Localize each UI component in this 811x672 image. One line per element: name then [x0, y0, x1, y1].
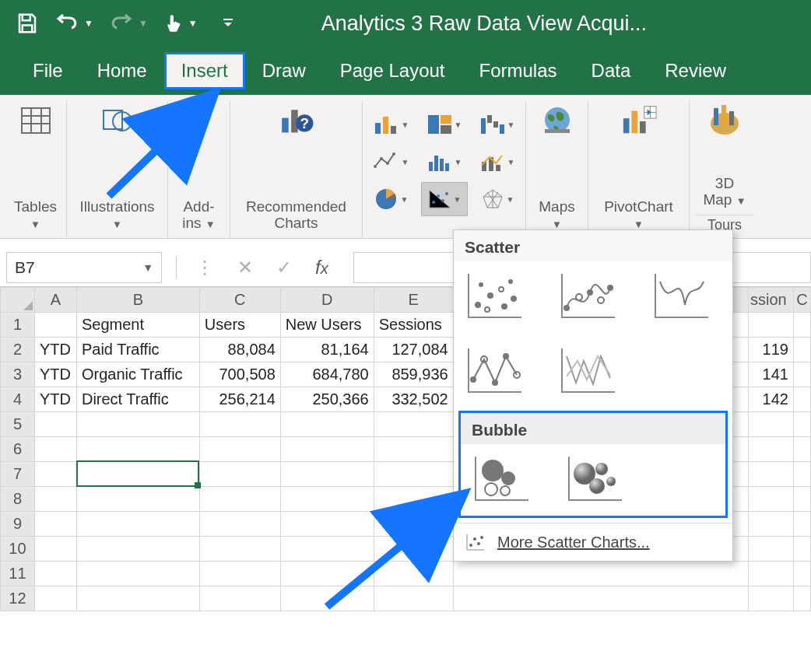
- pivotchart-label[interactable]: PivotChart: [604, 198, 673, 215]
- scatter-chart-button[interactable]: ▼: [421, 182, 468, 216]
- bubble-3d-chart-option[interactable]: [562, 450, 629, 508]
- col-header[interactable]: A: [34, 288, 76, 313]
- name-box[interactable]: B7 ▼: [6, 252, 162, 283]
- chevron-down-icon[interactable]: ▼: [84, 18, 93, 29]
- cell[interactable]: Users: [199, 313, 280, 338]
- addins-icon[interactable]: [181, 104, 218, 137]
- statistic-chart-button[interactable]: ▼: [421, 145, 468, 179]
- tab-draw[interactable]: Draw: [245, 52, 323, 89]
- row-header[interactable]: 7: [1, 462, 35, 487]
- cell[interactable]: 684,780: [280, 362, 374, 387]
- row-header[interactable]: 8: [1, 487, 35, 512]
- tab-home[interactable]: Home: [80, 52, 164, 89]
- col-header[interactable]: D: [280, 288, 374, 313]
- radar-chart-button[interactable]: ▼: [474, 182, 521, 216]
- cell[interactable]: 332,502: [374, 387, 453, 412]
- scatter-smooth-lines-option[interactable]: [648, 268, 715, 325]
- bubble-chart-option[interactable]: [469, 450, 535, 508]
- 3d-map-label[interactable]: 3D Map: [703, 175, 734, 208]
- svg-point-68: [606, 477, 616, 486]
- row-header[interactable]: 1: [1, 313, 35, 338]
- line-chart-button[interactable]: ▼: [368, 145, 415, 179]
- recommended-charts-icon[interactable]: ?: [278, 104, 315, 137]
- 3d-map-icon[interactable]: [706, 104, 743, 137]
- cancel-icon[interactable]: ✕: [237, 257, 253, 278]
- tab-formulas[interactable]: Formulas: [462, 52, 574, 89]
- cell[interactable]: 250,366: [280, 387, 374, 412]
- chevron-down-icon[interactable]: ▼: [188, 18, 198, 29]
- cell[interactable]: 700,508: [199, 362, 280, 387]
- row-header[interactable]: 3: [1, 362, 35, 387]
- illustrations-label[interactable]: Illustrations: [79, 198, 154, 215]
- pie-chart-button[interactable]: ▼: [368, 182, 415, 216]
- qat-customize-button[interactable]: [221, 16, 235, 30]
- row-header[interactable]: 6: [1, 437, 35, 462]
- cell[interactable]: New Users: [280, 313, 374, 338]
- row-header[interactable]: 11: [1, 562, 35, 586]
- col-header-partial[interactable]: C: [793, 288, 810, 313]
- select-all-button[interactable]: [1, 288, 35, 313]
- tab-insert[interactable]: Insert: [164, 52, 245, 89]
- touch-mode-button[interactable]: ▼: [163, 13, 198, 33]
- chevron-down-icon[interactable]: ▼: [139, 18, 148, 29]
- svg-point-62: [501, 471, 515, 485]
- maps-label[interactable]: Maps: [539, 198, 574, 215]
- maps-icon[interactable]: [539, 104, 576, 137]
- save-icon[interactable]: [16, 12, 39, 35]
- scatter-smooth-lines-markers-option[interactable]: [555, 268, 622, 325]
- cell[interactable]: 141: [748, 362, 793, 387]
- tab-review[interactable]: Review: [648, 52, 743, 89]
- tab-data[interactable]: Data: [574, 52, 648, 89]
- svg-rect-42: [729, 111, 734, 125]
- column-chart-button[interactable]: ▼: [368, 107, 415, 142]
- svg-rect-34: [545, 129, 570, 133]
- tab-page-layout[interactable]: Page Layout: [323, 52, 462, 89]
- col-header[interactable]: E: [374, 288, 453, 313]
- tables-icon[interactable]: [17, 104, 54, 137]
- svg-rect-41: [721, 105, 726, 125]
- cell[interactable]: Sessions: [374, 313, 453, 338]
- row-header[interactable]: 2: [1, 338, 35, 362]
- cell[interactable]: Paid Traffic: [76, 338, 199, 362]
- chevron-down-icon[interactable]: ▼: [142, 261, 153, 274]
- scatter-straight-lines-option[interactable]: [555, 342, 622, 400]
- illustrations-icon[interactable]: [99, 104, 136, 137]
- row-header[interactable]: 5: [1, 412, 35, 437]
- enter-icon[interactable]: ✓: [276, 257, 292, 278]
- cell[interactable]: 81,164: [280, 338, 374, 362]
- col-header[interactable]: C: [199, 288, 280, 313]
- cell[interactable]: Direct Traffic: [76, 387, 199, 412]
- more-scatter-charts-button[interactable]: More Scatter Charts...: [454, 523, 732, 561]
- cell[interactable]: 119: [748, 338, 793, 362]
- scatter-straight-lines-markers-option[interactable]: [462, 342, 528, 400]
- col-header-partial[interactable]: ssion: [748, 288, 793, 313]
- recommended-charts-label[interactable]: Recommended Charts: [238, 199, 355, 232]
- redo-button[interactable]: ▼: [109, 14, 148, 33]
- cell[interactable]: Organic Traffic: [76, 362, 199, 387]
- row-header[interactable]: 12: [1, 586, 35, 611]
- tables-label[interactable]: Tables: [14, 198, 57, 215]
- cell[interactable]: 142: [748, 387, 793, 412]
- hierarchy-chart-button[interactable]: ▼: [421, 107, 468, 142]
- pivotchart-icon[interactable]: [620, 104, 658, 137]
- cell[interactable]: 127,084: [374, 338, 453, 362]
- cell[interactable]: 88,084: [199, 338, 280, 362]
- col-header[interactable]: B: [76, 288, 199, 313]
- row-header[interactable]: 9: [1, 512, 35, 537]
- tab-file[interactable]: File: [16, 52, 80, 89]
- cell[interactable]: 256,214: [199, 387, 280, 412]
- cell[interactable]: YTD: [34, 362, 76, 387]
- scatter-markers-option[interactable]: [462, 268, 528, 325]
- cell[interactable]: YTD: [34, 387, 76, 412]
- svg-point-67: [589, 478, 605, 494]
- cell[interactable]: YTD: [34, 338, 76, 362]
- combo-chart-button[interactable]: ▼: [474, 145, 521, 179]
- fx-icon[interactable]: fx: [315, 257, 328, 278]
- row-header[interactable]: 10: [1, 537, 35, 562]
- cell[interactable]: 859,936: [374, 362, 453, 387]
- waterfall-chart-button[interactable]: ▼: [474, 107, 521, 142]
- undo-button[interactable]: ▼: [54, 14, 93, 33]
- row-header[interactable]: 4: [1, 387, 35, 412]
- svg-point-30: [437, 194, 440, 198]
- cell[interactable]: Segment: [76, 313, 199, 338]
